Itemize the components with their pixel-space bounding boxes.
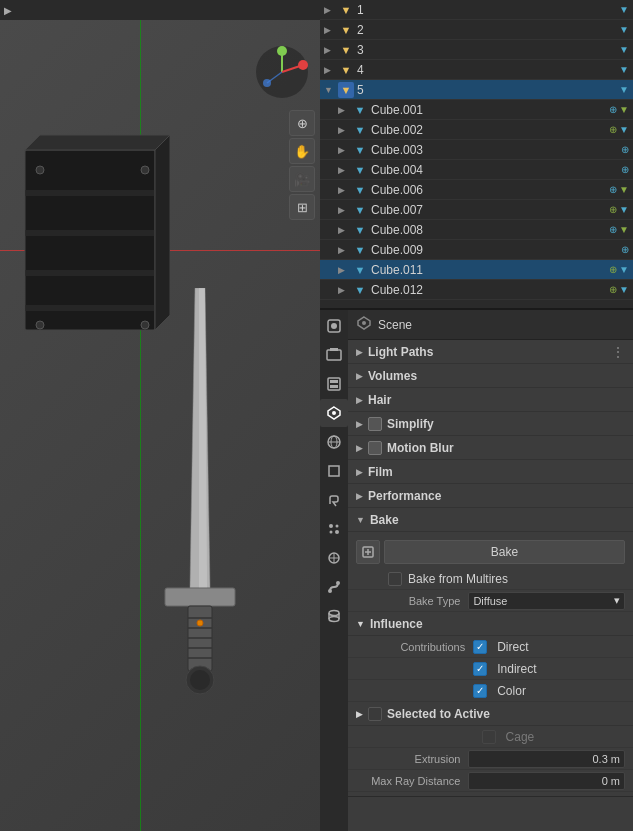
bake-icon-button[interactable] bbox=[356, 540, 380, 564]
tab-particles[interactable] bbox=[320, 515, 348, 543]
camera-tool[interactable]: 🎥 bbox=[289, 166, 315, 192]
cube007-icon2: ▼ bbox=[619, 204, 629, 215]
extrusion-value: 0.3 m bbox=[468, 750, 625, 768]
outliner-item-5[interactable]: ▼ ▼ 5 ▼ bbox=[320, 80, 633, 100]
indirect-checkbox[interactable]: ✓ bbox=[473, 662, 487, 676]
selected-to-active-header[interactable]: ▶ Selected to Active bbox=[348, 702, 633, 726]
direct-label: Direct bbox=[497, 640, 528, 654]
cube006-icon2: ▼ bbox=[619, 184, 629, 195]
grid-tool[interactable]: ⊞ bbox=[289, 194, 315, 220]
tab-physics[interactable] bbox=[320, 544, 348, 572]
mesh-icon-cube008: ▼ bbox=[352, 222, 368, 238]
cage-value: Cage bbox=[482, 730, 625, 744]
svg-rect-35 bbox=[328, 378, 340, 390]
outliner-item-cube008[interactable]: ▶ ▼ Cube.008 ⊕ ▼ bbox=[320, 220, 633, 240]
cube009-icons: ⊕ bbox=[621, 244, 629, 255]
mesh-icon-1: ▼ bbox=[619, 4, 629, 15]
color-checkbox[interactable]: ✓ bbox=[473, 684, 487, 698]
outliner-item-cube003[interactable]: ▶ ▼ Cube.003 ⊕ bbox=[320, 140, 633, 160]
tab-modifier[interactable] bbox=[320, 486, 348, 514]
bake-from-multires-row: Bake from Multires bbox=[348, 568, 633, 590]
outliner-item-cube002[interactable]: ▶ ▼ Cube.002 ⊕ ▼ bbox=[320, 120, 633, 140]
bake-type-dropdown[interactable]: Diffuse ▾ bbox=[468, 592, 625, 610]
direct-checkbox[interactable]: ✓ bbox=[473, 640, 487, 654]
performance-title: Performance bbox=[368, 489, 625, 503]
svg-rect-0 bbox=[25, 150, 155, 330]
motion-blur-checkbox-icon[interactable] bbox=[368, 441, 382, 455]
section-volumes[interactable]: ▶ Volumes bbox=[348, 364, 633, 388]
sword-object bbox=[155, 288, 245, 721]
outliner-item-2[interactable]: ▶ ▼ 2 ▼ bbox=[320, 20, 633, 40]
volumes-arrow: ▶ bbox=[356, 371, 363, 381]
viewport-mode[interactable]: ▶ bbox=[4, 5, 12, 16]
outliner-item-cube007[interactable]: ▶ ▼ Cube.007 ⊕ ▼ bbox=[320, 200, 633, 220]
cube007-icons: ⊕ ▼ bbox=[609, 204, 629, 215]
influence-section-header[interactable]: ▼ Influence bbox=[348, 612, 633, 636]
section-simplify[interactable]: ▶ Simplify bbox=[348, 412, 633, 436]
tab-world[interactable] bbox=[320, 428, 348, 456]
extrusion-label: Extrusion bbox=[356, 753, 468, 765]
light-paths-menu[interactable]: ⋮ bbox=[611, 344, 625, 360]
tab-data[interactable] bbox=[320, 602, 348, 630]
cube002-icon2: ▼ bbox=[619, 124, 629, 135]
viewport-3d[interactable]: ⊕ ✋ 🎥 ⊞ bbox=[0, 20, 320, 831]
mesh-icon-cube011: ▼ bbox=[352, 262, 368, 278]
zoom-tool[interactable]: ⊕ bbox=[289, 110, 315, 136]
selected-active-checkbox[interactable] bbox=[368, 707, 382, 721]
performance-arrow: ▶ bbox=[356, 491, 363, 501]
svg-rect-14 bbox=[165, 588, 235, 606]
cube002-name: Cube.002 bbox=[371, 123, 609, 137]
axis-gizmo[interactable] bbox=[255, 45, 310, 100]
svg-rect-33 bbox=[327, 350, 341, 360]
item-name-1: 1 bbox=[357, 3, 619, 17]
svg-rect-37 bbox=[330, 385, 338, 388]
arrow-cube012: ▶ bbox=[338, 285, 352, 295]
item-icons-3: ▼ bbox=[619, 44, 629, 55]
outliner-item-cube006[interactable]: ▶ ▼ Cube.006 ⊕ ▼ bbox=[320, 180, 633, 200]
tab-scene[interactable] bbox=[320, 399, 348, 427]
mesh-icon-3: ▼ bbox=[619, 44, 629, 55]
outliner-item-cube011[interactable]: ▶ ▼ Cube.011 ⊕ ▼ bbox=[320, 260, 633, 280]
svg-rect-3 bbox=[25, 230, 155, 236]
cube011-icon1: ⊕ bbox=[609, 264, 617, 275]
film-arrow: ▶ bbox=[356, 467, 363, 477]
arrow-cube004: ▶ bbox=[338, 165, 352, 175]
cube012-icon2: ▼ bbox=[619, 284, 629, 295]
bake-main-button[interactable]: Bake bbox=[384, 540, 625, 564]
tab-object[interactable] bbox=[320, 457, 348, 485]
bake-section-header[interactable]: ▼ Bake bbox=[348, 508, 633, 532]
section-light-paths[interactable]: ▶ Light Paths ⋮ bbox=[348, 340, 633, 364]
svg-point-8 bbox=[36, 166, 44, 174]
outliner-item-3[interactable]: ▶ ▼ 3 ▼ bbox=[320, 40, 633, 60]
outliner-item-cube012[interactable]: ▶ ▼ Cube.012 ⊕ ▼ bbox=[320, 280, 633, 300]
section-hair[interactable]: ▶ Hair bbox=[348, 388, 633, 412]
section-film[interactable]: ▶ Film bbox=[348, 460, 633, 484]
bake-type-value: Diffuse ▾ bbox=[468, 592, 625, 610]
cube008-name: Cube.008 bbox=[371, 223, 609, 237]
cube009-icon1: ⊕ bbox=[621, 244, 629, 255]
outliner-item-cube001[interactable]: ▶ ▼ Cube.001 ⊕ ▼ bbox=[320, 100, 633, 120]
tab-constraints[interactable] bbox=[320, 573, 348, 601]
svg-point-10 bbox=[36, 321, 44, 329]
cage-checkbox[interactable] bbox=[482, 730, 496, 744]
tab-output[interactable] bbox=[320, 341, 348, 369]
cube003-icons: ⊕ bbox=[621, 144, 629, 155]
tab-view[interactable] bbox=[320, 370, 348, 398]
outliner-item-4[interactable]: ▶ ▼ 4 ▼ bbox=[320, 60, 633, 80]
bake-multires-checkbox[interactable] bbox=[388, 572, 402, 586]
outliner-item-cube004[interactable]: ▶ ▼ Cube.004 ⊕ bbox=[320, 160, 633, 180]
outliner-item-cube009[interactable]: ▶ ▼ Cube.009 ⊕ bbox=[320, 240, 633, 260]
cube004-icon1: ⊕ bbox=[621, 164, 629, 175]
mesh-icon-2: ▼ bbox=[619, 24, 629, 35]
cube012-icons: ⊕ ▼ bbox=[609, 284, 629, 295]
mesh-icon-cube012: ▼ bbox=[352, 282, 368, 298]
section-performance[interactable]: ▶ Performance bbox=[348, 484, 633, 508]
outliner-item-1[interactable]: ▶ ▼ 1 ▼ bbox=[320, 0, 633, 20]
section-motion-blur[interactable]: ▶ Motion Blur bbox=[348, 436, 633, 460]
pan-tool[interactable]: ✋ bbox=[289, 138, 315, 164]
bake-content: Bake Bake from Multires Bake Type Diff bbox=[348, 532, 633, 796]
simplify-checkbox-icon[interactable] bbox=[368, 417, 382, 431]
tab-render[interactable] bbox=[320, 312, 348, 340]
max-ray-distance-input[interactable]: 0 m bbox=[468, 772, 625, 790]
extrusion-input[interactable]: 0.3 m bbox=[468, 750, 625, 768]
